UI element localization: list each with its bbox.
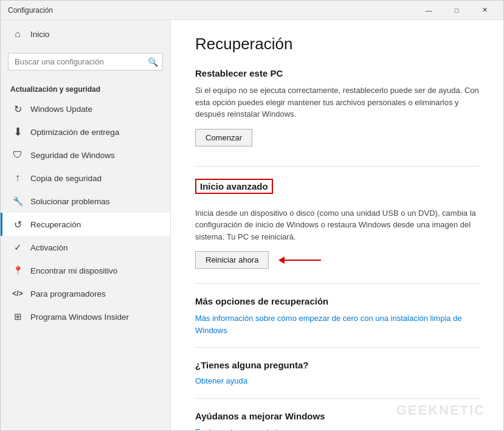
sidebar-item-label: Copia de seguridad (30, 174, 102, 183)
clean-install-link[interactable]: Más información sobre cómo empezar de ce… (195, 314, 462, 335)
reset-description: Si el equipo no se ejecuta correctamente… (195, 84, 479, 120)
ayudanos-heading: Ayúdanos a mejorar Windows (195, 411, 479, 421)
reset-heading: Restablecer este PC (195, 68, 479, 78)
security-icon: 🛡 (12, 150, 23, 160)
sidebar-item-label: Activación (30, 243, 68, 252)
recovery-icon: ↺ (12, 219, 23, 230)
titlebar: Configuración — □ ✕ (1, 1, 503, 20)
sidebar-item-label: Recuperación (30, 220, 81, 229)
minimize-button[interactable]: — (415, 1, 443, 20)
question-heading: ¿Tienes alguna pregunta? (195, 360, 479, 370)
main-content: ⌂ Inicio 🔍 Actualización y seguridad ↻ W… (1, 20, 503, 430)
sidebar-item-developers[interactable]: </> Para programadores (1, 282, 170, 305)
feedback-link[interactable]: Envíanos tus comentarios (195, 427, 286, 431)
arrow-head (278, 257, 285, 264)
more-options-heading: Más opciones de recuperación (195, 296, 479, 306)
settings-window: Configuración — □ ✕ ⌂ Inicio 🔍 Actualiza… (0, 0, 504, 431)
sidebar-item-label: Seguridad de Windows (30, 151, 115, 160)
sidebar-item-recovery[interactable]: ↺ Recuperación (1, 213, 170, 236)
divider-3 (195, 347, 479, 348)
obtener-ayuda-link[interactable]: Obtener ayuda (195, 376, 247, 385)
sidebar-item-delivery-optimization[interactable]: ⬇ Optimización de entrega (1, 120, 170, 143)
advanced-heading: Inicio avanzado (200, 181, 268, 191)
backup-icon: ↑ (12, 173, 23, 184)
search-box: 🔍 (8, 53, 163, 71)
sidebar-item-activation[interactable]: ✓ Activación (1, 236, 170, 259)
divider-1 (195, 166, 479, 167)
windows-update-icon: ↻ (12, 103, 23, 114)
home-label: Inicio (30, 30, 50, 39)
activation-icon: ✓ (12, 242, 23, 253)
home-icon: ⌂ (12, 29, 23, 40)
titlebar-controls: — □ ✕ (415, 1, 499, 20)
find-device-icon: 📍 (12, 265, 23, 276)
reiniciar-row: Reiniciar ahora (195, 251, 479, 269)
sidebar-item-label: Windows Update (30, 105, 92, 114)
divider-2 (195, 283, 479, 284)
reiniciar-button[interactable]: Reiniciar ahora (195, 251, 269, 269)
close-button[interactable]: ✕ (471, 1, 499, 20)
insider-icon: ⊞ (12, 311, 23, 322)
sidebar-item-label: Para programadores (30, 289, 106, 298)
sidebar-item-find-device[interactable]: 📍 Encontrar mi dispositivo (1, 259, 170, 282)
sidebar-item-windows-security[interactable]: 🛡 Seguridad de Windows (1, 143, 170, 167)
sidebar-item-label: Encontrar mi dispositivo (30, 266, 117, 275)
sidebar-item-label: Programa Windows Insider (30, 312, 129, 322)
page-title: Recuperación (195, 35, 479, 53)
sidebar-category: Actualización y seguridad (1, 78, 170, 97)
developers-icon: </> (12, 288, 23, 299)
arrow-annotation (278, 257, 321, 264)
delivery-icon: ⬇ (12, 126, 23, 137)
maximize-button[interactable]: □ (443, 1, 471, 20)
arrow-line (285, 260, 321, 261)
divider-4 (195, 398, 479, 399)
content-panel: Recuperación Restablecer este PC Si el e… (171, 20, 503, 430)
comenzar-button[interactable]: Comenzar (195, 129, 252, 147)
troubleshoot-icon: 🔧 (12, 196, 23, 207)
sidebar-item-troubleshoot[interactable]: 🔧 Solucionar problemas (1, 190, 170, 213)
inicio-avanzado-box: Inicio avanzado (195, 179, 273, 194)
advanced-description: Inicia desde un dispositivo o disco (com… (195, 207, 479, 243)
sidebar-item-label: Optimización de entrega (30, 128, 119, 137)
sidebar-item-insider[interactable]: ⊞ Programa Windows Insider (1, 305, 170, 328)
titlebar-title: Configuración (8, 6, 53, 15)
inicio-avanzado-container: Inicio avanzado (195, 179, 479, 201)
sidebar-item-windows-update[interactable]: ↻ Windows Update (1, 97, 170, 120)
sidebar-item-backup[interactable]: ↑ Copia de seguridad (1, 167, 170, 190)
search-input[interactable] (8, 53, 163, 71)
sidebar-item-label: Solucionar problemas (30, 197, 110, 206)
sidebar-item-home[interactable]: ⌂ Inicio (1, 20, 170, 48)
search-icon: 🔍 (148, 57, 158, 67)
sidebar: ⌂ Inicio 🔍 Actualización y seguridad ↻ W… (1, 20, 171, 430)
